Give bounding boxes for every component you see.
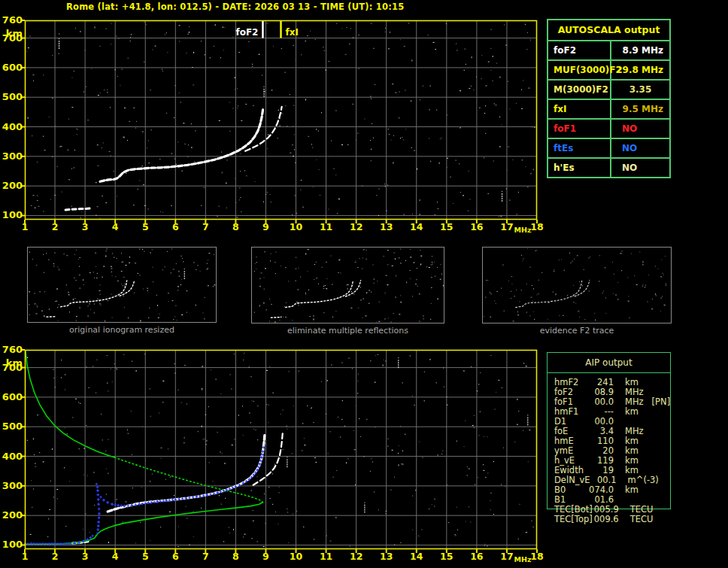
x-axis-tick-label: 6 <box>164 551 187 561</box>
x-axis-tick-label: 3 <box>74 222 96 232</box>
x-axis-tick-label: 4 <box>104 222 126 232</box>
x-axis-tick-label: 9 <box>254 222 277 232</box>
x-axis-tick-label: 10 <box>285 551 308 561</box>
autoscala-table-header: AUTOSCALA output <box>548 20 669 41</box>
x-axis-tick-label: 2 <box>44 222 66 232</box>
x-axis-tick-label: 16 <box>466 551 488 561</box>
aip-output-table: AIP outputhmF2241kmfoF208.9MHzfoF100.0MH… <box>547 352 671 509</box>
thumbnail-image-2 <box>251 247 444 323</box>
y-axis-tick-label: 760 <box>0 345 23 355</box>
parameter-name: hmF1 <box>548 407 587 417</box>
parameter-name: fxI <box>548 100 611 118</box>
table-row: h'EsNO <box>548 159 669 177</box>
parameter-value: 8.9 MHz <box>611 41 669 59</box>
x-axis-tick-label: 11 <box>315 222 338 232</box>
parameter-unit <box>614 417 625 427</box>
page-title: Rome (lat: +41.8, lon: 012.5) - DATE: 20… <box>66 2 404 12</box>
parameter-name: foF2 <box>548 41 611 59</box>
parameter-name: foF1 <box>548 120 611 138</box>
y-axis-tick-label: 500 <box>0 92 23 102</box>
parameter-name: M(3000)F2 <box>548 80 611 99</box>
x-axis-tick-label: 2 <box>44 551 66 561</box>
x-axis-tick-label: 4 <box>104 551 126 561</box>
x-axis-unit-label: MHz <box>513 555 532 563</box>
table-row: MUF(3000)F229.8 MHz <box>548 61 669 80</box>
parameter-unit: TECU <box>619 515 654 524</box>
thumbnail-caption: evidence F2 trace <box>467 327 687 336</box>
parameter-value: 009.6 <box>593 515 619 524</box>
foF2-marker-label: foF2 <box>235 27 258 38</box>
x-axis-tick-label: 7 <box>194 222 217 232</box>
parameter-name: MUF(3000)F2 <box>548 61 611 79</box>
x-axis-tick-label: 1 <box>14 222 36 232</box>
autoscala-window: Rome (lat: +41.8, lon: 012.5) - DATE: 20… <box>0 0 728 568</box>
x-axis-tick-label: 7 <box>194 551 217 561</box>
x-axis-tick-label: 11 <box>315 551 338 561</box>
thumbnail-image-3 <box>482 247 672 323</box>
parameter-value: NO <box>611 139 669 157</box>
autoscala-output-table: AUTOSCALA outputfoF28.9 MHzMUF(3000)F229… <box>547 19 671 178</box>
parameter-unit: km <box>614 407 639 417</box>
x-axis-tick-label: 13 <box>375 551 398 561</box>
x-axis-tick-label: 14 <box>405 222 428 232</box>
table-row: foF1NO <box>548 120 669 139</box>
parameter-value: 3.35 <box>611 80 669 99</box>
table-row: TEC[Top]009.6TECU <box>548 515 670 524</box>
parameter-name: ftEs <box>548 139 611 157</box>
x-axis-tick-label: 8 <box>224 551 247 561</box>
thumbnail-caption: eliminate multiple reflections <box>236 327 460 336</box>
x-axis-tick-label: 15 <box>435 551 458 561</box>
parameter-note: [PN] <box>644 397 671 407</box>
y-axis-tick-label: 600 <box>0 392 23 402</box>
x-axis-tick-label: 5 <box>134 551 156 561</box>
x-axis-tick-label: 10 <box>285 222 308 232</box>
y-axis-tick-label: 100 <box>0 539 23 550</box>
x-axis-tick-label: 13 <box>375 222 398 232</box>
y-axis-tick-label: 400 <box>0 122 23 132</box>
y-axis-tick-label: 200 <box>0 510 23 521</box>
parameter-value: 9.5 MHz <box>611 100 669 118</box>
x-axis-tick-label: 5 <box>134 222 156 232</box>
parameter-unit: km <box>614 485 639 495</box>
y-axis-unit-label: km <box>0 29 23 39</box>
parameter-name: TEC[Top] <box>548 515 593 524</box>
parameter-value: 29.8 MHz <box>611 61 669 79</box>
x-axis-tick-label: 14 <box>405 551 428 561</box>
ionogram-chart <box>25 350 537 549</box>
parameter-value: NO <box>611 120 669 138</box>
aip-table-rows: hmF2241kmfoF208.9MHzfoF100.0MHz[PN]hmF1-… <box>548 373 670 524</box>
parameter-name: h'Es <box>548 159 611 177</box>
parameter-value: NO <box>611 159 669 177</box>
table-row: fxI9.5 MHz <box>548 100 669 120</box>
aip-table-header: AIP output <box>548 353 670 373</box>
ionogram-chart: foF2fxI <box>25 20 537 220</box>
y-axis-unit-label: km <box>0 358 23 369</box>
x-axis-tick-label: 8 <box>224 222 247 232</box>
thumbnail-image-1 <box>27 247 217 323</box>
y-axis-tick-label: 300 <box>0 151 23 162</box>
x-axis-tick-label: 12 <box>345 222 368 232</box>
thumbnail-caption: original ionogram resized <box>12 326 232 335</box>
fxI-marker-label: fxI <box>286 27 299 38</box>
table-row: ftEsNO <box>548 139 669 159</box>
y-axis-tick-label: 300 <box>0 481 23 491</box>
table-row: foF28.9 MHz <box>548 41 669 61</box>
parameter-name: B0 <box>548 485 587 495</box>
y-axis-tick-label: 500 <box>0 421 23 432</box>
x-axis-tick-label: 9 <box>254 551 277 561</box>
y-axis-tick-label: 200 <box>0 181 23 191</box>
x-axis-tick-label: 1 <box>14 551 36 561</box>
x-axis-tick-label: 16 <box>466 222 488 232</box>
y-axis-tick-label: 600 <box>0 62 23 73</box>
table-row: M(3000)F23.35 <box>548 80 669 100</box>
x-axis-unit-label: MHz <box>513 226 532 234</box>
y-axis-tick-label: 760 <box>0 15 23 26</box>
y-axis-tick-label: 400 <box>0 451 23 462</box>
x-axis-tick-label: 6 <box>164 222 187 232</box>
y-axis-tick-label: 100 <box>0 210 23 220</box>
x-axis-tick-label: 15 <box>435 222 458 232</box>
x-axis-tick-label: 12 <box>345 551 368 561</box>
x-axis-tick-label: 3 <box>74 551 96 561</box>
